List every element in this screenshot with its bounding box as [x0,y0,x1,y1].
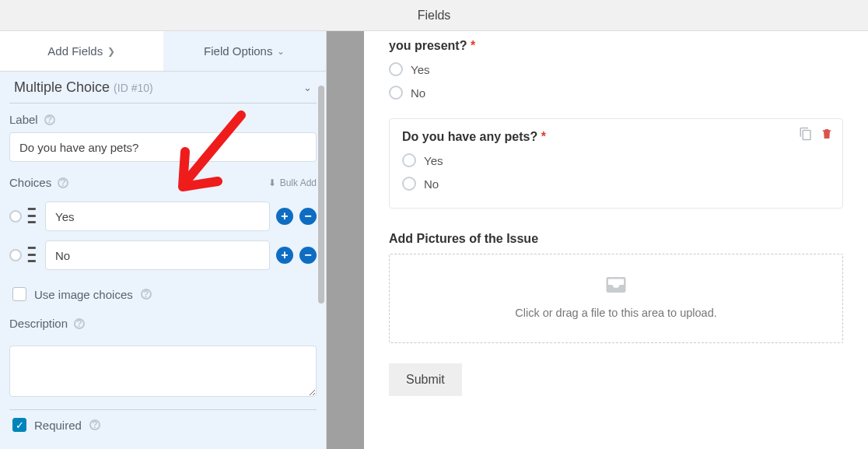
radio-option[interactable]: No [389,81,843,104]
bulk-add-label: Bulk Add [280,177,317,188]
scrollbar-thumb[interactable] [318,86,324,303]
upload-label: Add Pictures of the Issue [389,209,843,254]
add-choice-button[interactable]: + [276,208,293,225]
preview-canvas: you present? * Yes No [364,31,868,449]
sidebar-tabs: Add Fields ❯ Field Options ⌄ [0,31,326,72]
required-label: Required [34,419,82,432]
dropzone-text: Click or drag a file to this area to upl… [397,307,835,319]
option-label: No [424,177,439,191]
page-title: Fields [418,9,451,23]
duplicate-icon[interactable] [799,127,813,144]
description-section: Description ? [0,304,326,339]
tab-add-fields[interactable]: Add Fields ❯ [0,31,163,72]
drag-handle-icon[interactable]: ━━━ [28,206,39,226]
label-input[interactable] [9,132,317,162]
image-choices-checkbox[interactable] [12,287,26,301]
required-row: ✓ Required ? [0,418,326,435]
collapse-icon[interactable]: ⌄ [303,82,312,93]
description-textarea[interactable] [9,346,317,397]
field-heading: Multiple Choice (ID #10) ⌄ [0,72,326,103]
chevron-right-icon: ❯ [107,46,115,57]
label-section: Label ? [0,103,326,165]
option-label: Yes [424,154,443,167]
choice-text-input[interactable] [45,240,270,270]
choice-row: ━━━ + − [0,197,326,236]
section-title-row: Label ? [9,113,317,126]
question-label: Do you have any pets? * [402,130,830,149]
radio-icon [402,177,416,191]
help-icon[interactable]: ? [141,289,152,300]
form-preview: you present? * Yes No [327,31,868,449]
sidebar: Add Fields ❯ Field Options ⌄ Multiple Ch… [0,31,327,449]
image-choices-row: Use image choices ? [0,275,326,304]
radio-icon [389,62,403,76]
help-icon[interactable]: ? [58,177,68,188]
radio-option[interactable]: Yes [402,149,830,172]
question-label: you present? * [389,31,843,58]
option-label: Yes [411,63,429,76]
selected-field-box[interactable]: Do you have any pets? * Yes No [389,118,843,209]
choice-default-radio[interactable] [9,210,22,223]
chevron-down-icon: ⌄ [277,46,285,57]
download-icon: ⬇ [268,177,276,188]
field-type-name: Multiple Choice [14,79,110,95]
divider [9,409,317,410]
choice-row: ━━━ + − [0,236,326,275]
help-icon[interactable]: ? [74,318,85,329]
section-title-row: Description ? [9,317,317,330]
section-title: Label [9,113,38,126]
option-label: No [411,86,425,100]
help-icon[interactable]: ? [89,419,100,430]
trash-icon[interactable] [821,127,833,144]
drag-handle-icon[interactable]: ━━━ [28,245,39,265]
tab-field-options[interactable]: Field Options ⌄ [163,31,327,72]
radio-icon [389,86,403,100]
radio-icon [402,153,416,167]
help-icon[interactable]: ? [44,114,55,125]
question-text: Do you have any pets? [402,130,537,143]
required-checkbox[interactable]: ✓ [12,418,26,432]
section-title: Description [9,317,68,330]
section-title: Choices [9,176,51,189]
choice-text-input[interactable] [45,202,270,231]
submit-button[interactable]: Submit [389,363,462,396]
image-choices-label: Use image choices [34,288,133,301]
required-star: * [537,130,546,143]
add-choice-button[interactable]: + [276,247,293,264]
remove-choice-button[interactable]: − [299,208,317,225]
main: Add Fields ❯ Field Options ⌄ Multiple Ch… [0,31,868,449]
choice-default-radio[interactable] [9,249,22,261]
tab-label: Field Options [204,44,272,58]
bulk-add-link[interactable]: ⬇ Bulk Add [268,177,317,188]
choices-header: Choices ? ⬇ Bulk Add [0,165,326,197]
remove-choice-button[interactable]: − [299,247,317,264]
tab-label: Add Fields [47,44,103,58]
field-id: (ID #10) [114,82,153,94]
required-star: * [467,39,475,52]
question-text: you present? [389,39,467,52]
radio-option[interactable]: Yes [389,58,843,81]
file-dropzone[interactable]: Click or drag a file to this area to upl… [389,254,843,343]
inbox-icon [602,273,630,296]
page-header: Fields [0,0,868,31]
radio-option[interactable]: No [402,172,830,195]
field-actions [799,127,833,144]
